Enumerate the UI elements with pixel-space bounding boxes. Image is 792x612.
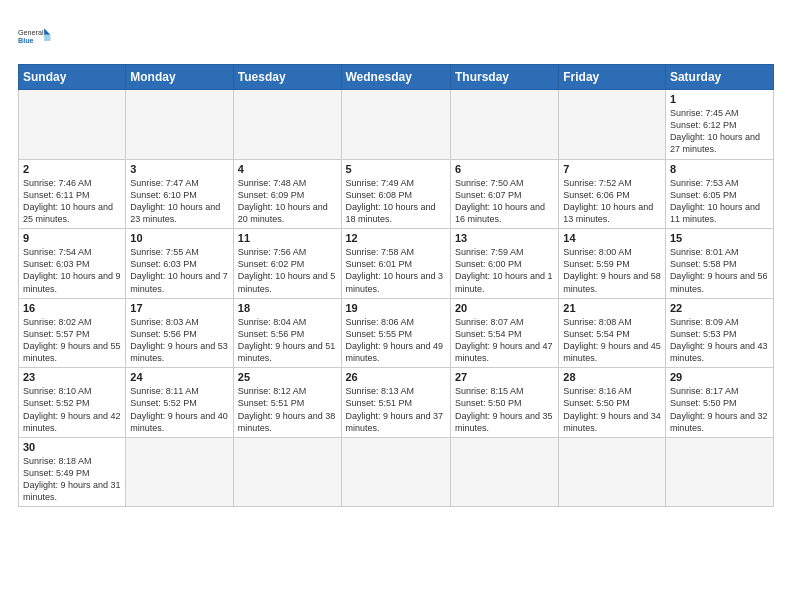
logo-icon: GeneralBlue <box>18 18 54 54</box>
day-number: 20 <box>455 302 554 314</box>
calendar-cell: 5Sunrise: 7:49 AMSunset: 6:08 PMDaylight… <box>341 159 450 229</box>
day-info: Sunrise: 8:06 AMSunset: 5:55 PMDaylight:… <box>346 316 446 365</box>
day-number: 9 <box>23 232 121 244</box>
day-number: 23 <box>23 371 121 383</box>
svg-marker-2 <box>44 28 50 34</box>
day-number: 18 <box>238 302 337 314</box>
calendar-cell: 1Sunrise: 7:45 AMSunset: 6:12 PMDaylight… <box>665 90 773 160</box>
calendar-cell <box>665 437 773 507</box>
weekday-header-wednesday: Wednesday <box>341 65 450 90</box>
day-number: 15 <box>670 232 769 244</box>
calendar-cell: 17Sunrise: 8:03 AMSunset: 5:56 PMDayligh… <box>126 298 233 368</box>
calendar-cell: 3Sunrise: 7:47 AMSunset: 6:10 PMDaylight… <box>126 159 233 229</box>
calendar-cell: 30Sunrise: 8:18 AMSunset: 5:49 PMDayligh… <box>19 437 126 507</box>
calendar-cell <box>126 90 233 160</box>
calendar-cell <box>450 437 558 507</box>
day-info: Sunrise: 7:45 AMSunset: 6:12 PMDaylight:… <box>670 107 769 156</box>
calendar-week-5: 23Sunrise: 8:10 AMSunset: 5:52 PMDayligh… <box>19 368 774 438</box>
day-number: 27 <box>455 371 554 383</box>
weekday-header-saturday: Saturday <box>665 65 773 90</box>
day-info: Sunrise: 8:07 AMSunset: 5:54 PMDaylight:… <box>455 316 554 365</box>
day-number: 6 <box>455 163 554 175</box>
day-info: Sunrise: 8:01 AMSunset: 5:58 PMDaylight:… <box>670 246 769 295</box>
day-info: Sunrise: 7:53 AMSunset: 6:05 PMDaylight:… <box>670 177 769 226</box>
day-number: 5 <box>346 163 446 175</box>
weekday-header-tuesday: Tuesday <box>233 65 341 90</box>
day-info: Sunrise: 7:50 AMSunset: 6:07 PMDaylight:… <box>455 177 554 226</box>
weekday-header-sunday: Sunday <box>19 65 126 90</box>
calendar-cell <box>126 437 233 507</box>
calendar-page: GeneralBlue SundayMondayTuesdayWednesday… <box>0 0 792 612</box>
calendar-week-2: 2Sunrise: 7:46 AMSunset: 6:11 PMDaylight… <box>19 159 774 229</box>
day-info: Sunrise: 7:59 AMSunset: 6:00 PMDaylight:… <box>455 246 554 295</box>
calendar-cell <box>233 437 341 507</box>
calendar-cell: 20Sunrise: 8:07 AMSunset: 5:54 PMDayligh… <box>450 298 558 368</box>
calendar-cell <box>19 90 126 160</box>
day-number: 8 <box>670 163 769 175</box>
day-number: 10 <box>130 232 228 244</box>
calendar-cell: 2Sunrise: 7:46 AMSunset: 6:11 PMDaylight… <box>19 159 126 229</box>
day-info: Sunrise: 8:17 AMSunset: 5:50 PMDaylight:… <box>670 385 769 434</box>
day-number: 19 <box>346 302 446 314</box>
day-info: Sunrise: 7:48 AMSunset: 6:09 PMDaylight:… <box>238 177 337 226</box>
day-info: Sunrise: 8:18 AMSunset: 5:49 PMDaylight:… <box>23 455 121 504</box>
day-number: 4 <box>238 163 337 175</box>
day-number: 21 <box>563 302 661 314</box>
day-info: Sunrise: 7:54 AMSunset: 6:03 PMDaylight:… <box>23 246 121 295</box>
page-header: GeneralBlue <box>18 18 774 54</box>
calendar-cell: 24Sunrise: 8:11 AMSunset: 5:52 PMDayligh… <box>126 368 233 438</box>
day-number: 12 <box>346 232 446 244</box>
logo: GeneralBlue <box>18 18 54 54</box>
day-info: Sunrise: 7:52 AMSunset: 6:06 PMDaylight:… <box>563 177 661 226</box>
calendar-cell: 4Sunrise: 7:48 AMSunset: 6:09 PMDaylight… <box>233 159 341 229</box>
day-info: Sunrise: 8:10 AMSunset: 5:52 PMDaylight:… <box>23 385 121 434</box>
day-info: Sunrise: 8:15 AMSunset: 5:50 PMDaylight:… <box>455 385 554 434</box>
calendar-cell: 18Sunrise: 8:04 AMSunset: 5:56 PMDayligh… <box>233 298 341 368</box>
day-info: Sunrise: 8:12 AMSunset: 5:51 PMDaylight:… <box>238 385 337 434</box>
calendar-cell: 13Sunrise: 7:59 AMSunset: 6:00 PMDayligh… <box>450 229 558 299</box>
day-info: Sunrise: 8:08 AMSunset: 5:54 PMDaylight:… <box>563 316 661 365</box>
day-info: Sunrise: 7:47 AMSunset: 6:10 PMDaylight:… <box>130 177 228 226</box>
calendar-cell: 10Sunrise: 7:55 AMSunset: 6:03 PMDayligh… <box>126 229 233 299</box>
day-info: Sunrise: 7:55 AMSunset: 6:03 PMDaylight:… <box>130 246 228 295</box>
day-number: 26 <box>346 371 446 383</box>
day-info: Sunrise: 7:56 AMSunset: 6:02 PMDaylight:… <box>238 246 337 295</box>
calendar-cell: 8Sunrise: 7:53 AMSunset: 6:05 PMDaylight… <box>665 159 773 229</box>
calendar-cell: 7Sunrise: 7:52 AMSunset: 6:06 PMDaylight… <box>559 159 666 229</box>
day-info: Sunrise: 8:02 AMSunset: 5:57 PMDaylight:… <box>23 316 121 365</box>
day-info: Sunrise: 8:03 AMSunset: 5:56 PMDaylight:… <box>130 316 228 365</box>
svg-text:General: General <box>18 28 44 37</box>
day-info: Sunrise: 7:58 AMSunset: 6:01 PMDaylight:… <box>346 246 446 295</box>
calendar-cell: 25Sunrise: 8:12 AMSunset: 5:51 PMDayligh… <box>233 368 341 438</box>
calendar-cell <box>559 437 666 507</box>
calendar-cell: 29Sunrise: 8:17 AMSunset: 5:50 PMDayligh… <box>665 368 773 438</box>
calendar-cell <box>341 437 450 507</box>
day-info: Sunrise: 8:13 AMSunset: 5:51 PMDaylight:… <box>346 385 446 434</box>
calendar-cell <box>450 90 558 160</box>
calendar-cell: 6Sunrise: 7:50 AMSunset: 6:07 PMDaylight… <box>450 159 558 229</box>
calendar-week-3: 9Sunrise: 7:54 AMSunset: 6:03 PMDaylight… <box>19 229 774 299</box>
weekday-header-thursday: Thursday <box>450 65 558 90</box>
calendar-cell: 26Sunrise: 8:13 AMSunset: 5:51 PMDayligh… <box>341 368 450 438</box>
day-number: 2 <box>23 163 121 175</box>
calendar-cell <box>341 90 450 160</box>
calendar-cell: 16Sunrise: 8:02 AMSunset: 5:57 PMDayligh… <box>19 298 126 368</box>
day-number: 29 <box>670 371 769 383</box>
day-number: 3 <box>130 163 228 175</box>
calendar-cell <box>559 90 666 160</box>
calendar-cell: 9Sunrise: 7:54 AMSunset: 6:03 PMDaylight… <box>19 229 126 299</box>
calendar-cell: 23Sunrise: 8:10 AMSunset: 5:52 PMDayligh… <box>19 368 126 438</box>
calendar-week-6: 30Sunrise: 8:18 AMSunset: 5:49 PMDayligh… <box>19 437 774 507</box>
day-number: 22 <box>670 302 769 314</box>
day-info: Sunrise: 8:11 AMSunset: 5:52 PMDaylight:… <box>130 385 228 434</box>
svg-text:Blue: Blue <box>18 36 34 45</box>
day-number: 25 <box>238 371 337 383</box>
calendar-cell: 14Sunrise: 8:00 AMSunset: 5:59 PMDayligh… <box>559 229 666 299</box>
day-info: Sunrise: 7:49 AMSunset: 6:08 PMDaylight:… <box>346 177 446 226</box>
day-number: 14 <box>563 232 661 244</box>
calendar-cell: 12Sunrise: 7:58 AMSunset: 6:01 PMDayligh… <box>341 229 450 299</box>
day-number: 11 <box>238 232 337 244</box>
calendar-cell: 15Sunrise: 8:01 AMSunset: 5:58 PMDayligh… <box>665 229 773 299</box>
day-info: Sunrise: 8:04 AMSunset: 5:56 PMDaylight:… <box>238 316 337 365</box>
weekday-header-monday: Monday <box>126 65 233 90</box>
